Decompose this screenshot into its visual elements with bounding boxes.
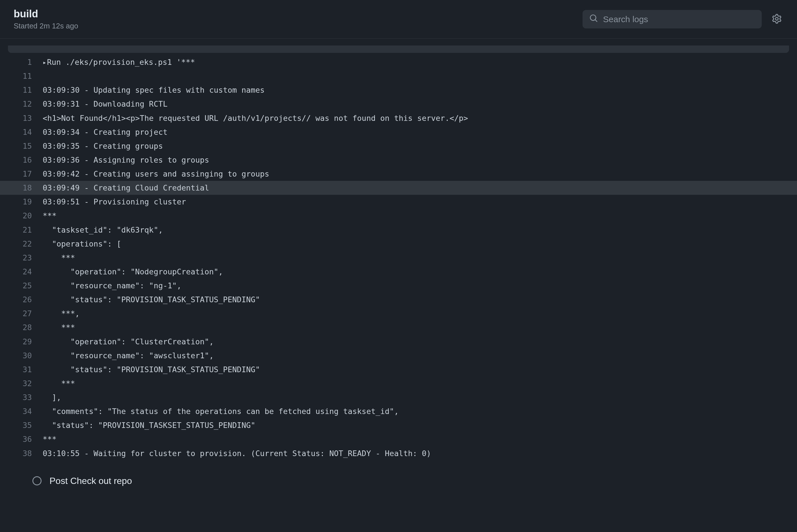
line-content: 03:09:36 - Assigning roles to groups xyxy=(43,153,209,167)
line-number: 28 xyxy=(0,320,43,335)
line-content: *** xyxy=(43,377,75,391)
previous-step-collapsed[interactable] xyxy=(8,45,789,53)
log-line[interactable]: 27 ***, xyxy=(0,306,797,320)
log-line[interactable]: 36*** xyxy=(0,432,797,446)
line-content: *** xyxy=(43,432,57,446)
log-line[interactable]: 1203:09:31 - Downloading RCTL xyxy=(0,97,797,111)
log-line[interactable]: 33 ], xyxy=(0,391,797,404)
line-content: "operation": "NodegroupCreation", xyxy=(43,265,223,279)
log-line[interactable]: 29 "operation": "ClusterCreation", xyxy=(0,335,797,348)
line-number: 24 xyxy=(0,265,43,279)
line-content: 03:09:49 - Creating Cloud Credential xyxy=(43,181,209,195)
log-line[interactable]: 1903:09:51 - Provisioning cluster xyxy=(0,195,797,209)
log-output: 1▸Run ./eks/provision_eks.ps1 '***111103… xyxy=(0,55,797,460)
line-content: *** xyxy=(43,209,57,223)
header-right xyxy=(582,10,783,28)
line-content: ***, xyxy=(43,306,80,320)
log-line[interactable]: 1403:09:34 - Creating project xyxy=(0,125,797,139)
line-content: 03:09:31 - Downloading RCTL xyxy=(43,97,168,111)
search-box[interactable] xyxy=(582,10,762,28)
line-number: 31 xyxy=(0,363,43,377)
line-number: 38 xyxy=(0,446,43,460)
line-content: ], xyxy=(43,391,61,404)
line-content: "status": "PROVISION_TASK_STATUS_PENDING… xyxy=(43,292,260,306)
search-input[interactable] xyxy=(603,15,755,24)
line-content: 03:09:42 - Creating users and assinging … xyxy=(43,167,270,181)
line-content: "status": "PROVISION_TASK_STATUS_PENDING… xyxy=(43,363,260,377)
log-line[interactable]: 31 "status": "PROVISION_TASK_STATUS_PEND… xyxy=(0,363,797,377)
line-content: ▸Run ./eks/provision_eks.ps1 '*** xyxy=(43,55,195,69)
queued-status-icon xyxy=(33,476,41,486)
line-number: 17 xyxy=(0,167,43,181)
line-number: 15 xyxy=(0,139,43,153)
log-line[interactable]: 1603:09:36 - Assigning roles to groups xyxy=(0,153,797,167)
line-number: 14 xyxy=(0,125,43,139)
line-number: 36 xyxy=(0,432,43,446)
line-content: *** xyxy=(43,251,75,265)
log-line[interactable]: 1703:09:42 - Creating users and assingin… xyxy=(0,167,797,181)
line-number: 11 xyxy=(0,69,43,83)
log-line[interactable]: 3803:10:55 - Waiting for cluster to prov… xyxy=(0,446,797,460)
line-content: "taskset_id": "dk63rqk", xyxy=(43,223,163,237)
line-number: 18 xyxy=(0,181,43,195)
log-line[interactable]: 1103:09:30 - Updating spec files with cu… xyxy=(0,83,797,97)
log-line[interactable]: 22 "operations": [ xyxy=(0,237,797,251)
line-content: <h1>Not Found</h1><p>The requested URL /… xyxy=(43,111,468,125)
log-line[interactable]: 25 "resource_name": "ng-1", xyxy=(0,279,797,292)
job-title: build xyxy=(14,8,78,20)
line-number: 25 xyxy=(0,279,43,292)
log-line[interactable]: 1803:09:49 - Creating Cloud Credential xyxy=(0,181,797,195)
log-line[interactable]: 28 *** xyxy=(0,320,797,335)
line-content: 03:10:55 - Waiting for cluster to provis… xyxy=(43,446,431,460)
line-content: "status": "PROVISION_TASKSET_STATUS_PEND… xyxy=(43,418,255,432)
line-number: 35 xyxy=(0,418,43,432)
line-content: "operations": [ xyxy=(43,237,121,251)
line-number: 21 xyxy=(0,223,43,237)
line-number: 33 xyxy=(0,391,43,404)
log-line[interactable]: 32 *** xyxy=(0,377,797,391)
line-content: "comments": "The status of the operation… xyxy=(43,404,399,418)
line-number: 27 xyxy=(0,306,43,320)
line-content: 03:09:35 - Creating groups xyxy=(43,139,163,153)
log-line[interactable]: 11 xyxy=(0,69,797,83)
log-line[interactable]: 1▸Run ./eks/provision_eks.ps1 '*** xyxy=(0,55,797,69)
header-left: build Started 2m 12s ago xyxy=(14,8,78,31)
log-line[interactable]: 1503:09:35 - Creating groups xyxy=(0,139,797,153)
log-line[interactable]: 13<h1>Not Found</h1><p>The requested URL… xyxy=(0,111,797,125)
job-subtitle: Started 2m 12s ago xyxy=(14,22,78,31)
log-line[interactable]: 30 "resource_name": "awscluster1", xyxy=(0,348,797,363)
log-line[interactable]: 34 "comments": "The status of the operat… xyxy=(0,404,797,418)
line-number: 19 xyxy=(0,195,43,209)
line-content: 03:09:34 - Creating project xyxy=(43,125,168,139)
gear-icon xyxy=(772,14,782,24)
line-content: "resource_name": "ng-1", xyxy=(43,279,182,292)
line-content: "operation": "ClusterCreation", xyxy=(43,335,214,348)
line-content: *** xyxy=(43,320,75,335)
line-number: 30 xyxy=(0,348,43,363)
line-content: 03:09:30 - Updating spec files with cust… xyxy=(43,83,264,97)
line-content: 03:09:51 - Provisioning cluster xyxy=(43,195,186,209)
log-line[interactable]: 21 "taskset_id": "dk63rqk", xyxy=(0,223,797,237)
settings-button[interactable] xyxy=(770,12,783,26)
line-number: 34 xyxy=(0,404,43,418)
log-line[interactable]: 20*** xyxy=(0,209,797,223)
next-step-row[interactable]: Post Check out repo xyxy=(0,471,797,491)
line-number: 13 xyxy=(0,111,43,125)
line-number: 20 xyxy=(0,209,43,223)
log-line[interactable]: 35 "status": "PROVISION_TASKSET_STATUS_P… xyxy=(0,418,797,432)
log-line[interactable]: 26 "status": "PROVISION_TASK_STATUS_PEND… xyxy=(0,292,797,306)
line-number: 29 xyxy=(0,335,43,348)
line-number: 12 xyxy=(0,97,43,111)
log-line[interactable]: 23 *** xyxy=(0,251,797,265)
disclosure-triangle-icon[interactable]: ▸ xyxy=(43,57,47,68)
line-number: 23 xyxy=(0,251,43,265)
line-number: 16 xyxy=(0,153,43,167)
line-number: 32 xyxy=(0,377,43,391)
line-number: 22 xyxy=(0,237,43,251)
line-content: "resource_name": "awscluster1", xyxy=(43,348,214,363)
step-label: Post Check out repo xyxy=(50,476,132,486)
log-line[interactable]: 24 "operation": "NodegroupCreation", xyxy=(0,265,797,279)
line-number: 11 xyxy=(0,83,43,97)
line-number: 26 xyxy=(0,292,43,306)
search-icon xyxy=(589,14,598,24)
